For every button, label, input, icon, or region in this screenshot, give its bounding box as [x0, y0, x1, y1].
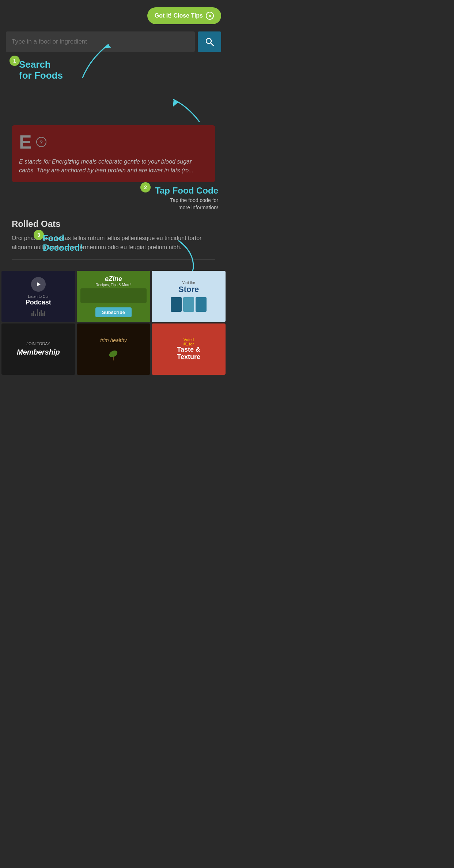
- food-name: Rolled Oats: [12, 219, 215, 229]
- play-icon: [35, 281, 41, 287]
- food-code-card[interactable]: E ? E stands for Energizing meals celebr…: [12, 125, 215, 182]
- podcast-play-icon: [31, 277, 46, 292]
- search-input[interactable]: [6, 31, 195, 52]
- tip2-container: 2 Tap Food Code Tap the food code for mo…: [6, 186, 221, 212]
- search-area: [0, 28, 227, 56]
- tip1-and-card: 1 Search for Foods E ? E stands for Ener…: [6, 56, 221, 212]
- tip2-badge: 2: [140, 182, 151, 192]
- ezine-subscribe-label: Subscribe: [95, 307, 132, 317]
- membership-card[interactable]: JOIN TODAY Membership: [1, 323, 75, 375]
- taste-text: Voted #1 for Taste & Texture: [174, 334, 203, 364]
- ezine-image: [80, 288, 147, 303]
- tip3-overlay: 3 Food Decoded! Orci phasellus egestas t…: [12, 233, 215, 256]
- membership-title: JOIN TODAY Membership: [17, 341, 60, 356]
- store-card[interactable]: Visit the Store: [152, 271, 226, 322]
- food-decoded-section: Rolled Oats 3 Food Decoded! Orci phasell…: [12, 219, 215, 260]
- trim-healthy-card[interactable]: trim healthy: [77, 323, 151, 375]
- svg-marker-3: [173, 100, 178, 107]
- podcast-card[interactable]: Listen to Our Podcast: [1, 271, 75, 322]
- food-code-letter: E: [19, 132, 32, 151]
- store-visit-label: Visit the: [182, 281, 195, 285]
- trim-title: trim healthy: [100, 337, 126, 344]
- tip1-badge: 1: [10, 56, 20, 66]
- tip3-badge: 3: [34, 230, 44, 240]
- tip1-container: 1 Search for Foods: [6, 56, 221, 89]
- food-decoded-outer: Rolled Oats 3 Food Decoded! Orci phasell…: [6, 219, 221, 260]
- trim-leaf-icon: [106, 347, 121, 361]
- taste-texture-card[interactable]: Voted #1 for Taste & Texture: [152, 323, 226, 375]
- food-code-help-icon[interactable]: ?: [36, 137, 46, 147]
- tip1-text: Search for Foods: [19, 59, 63, 81]
- tip3-text: Food Decoded!: [43, 233, 83, 253]
- got-it-button[interactable]: Got It! Close Tips ×: [147, 7, 221, 24]
- cards-grid: Listen to Our Podcast eZine Recipes, Tip…: [0, 271, 227, 375]
- arrow2-svg: [144, 85, 210, 129]
- search-icon: [204, 37, 215, 47]
- top-bar: Got It! Close Tips ×: [0, 0, 227, 28]
- search-button[interactable]: [198, 31, 221, 52]
- tip2-title: Tap Food Code: [155, 186, 218, 195]
- food-code-description: E stands for Energizing meals celebrate …: [19, 157, 208, 175]
- got-it-label: Got It! Close Tips: [155, 12, 203, 19]
- ezine-title: eZine: [105, 275, 122, 283]
- store-products: [171, 297, 207, 312]
- store-title: Store: [178, 285, 199, 294]
- podcast-label: Listen to Our: [28, 295, 49, 299]
- waveform: [31, 309, 45, 316]
- tip2-subtitle: Tap the food code for more information!: [155, 197, 218, 211]
- ezine-card[interactable]: eZine Recipes, Tips & More! Subscribe: [77, 271, 151, 322]
- ezine-subtitle: Recipes, Tips & More!: [96, 283, 132, 287]
- podcast-title: Podcast: [26, 299, 51, 306]
- svg-line-1: [211, 43, 213, 46]
- food-code-header: E ?: [19, 132, 208, 151]
- close-circle-icon: ×: [206, 12, 214, 20]
- main-wrapper: Got It! Close Tips × 1 Search for Foods: [0, 0, 227, 375]
- tip2-inner: 2 Tap Food Code Tap the food code for mo…: [155, 186, 218, 212]
- svg-marker-5: [37, 282, 41, 287]
